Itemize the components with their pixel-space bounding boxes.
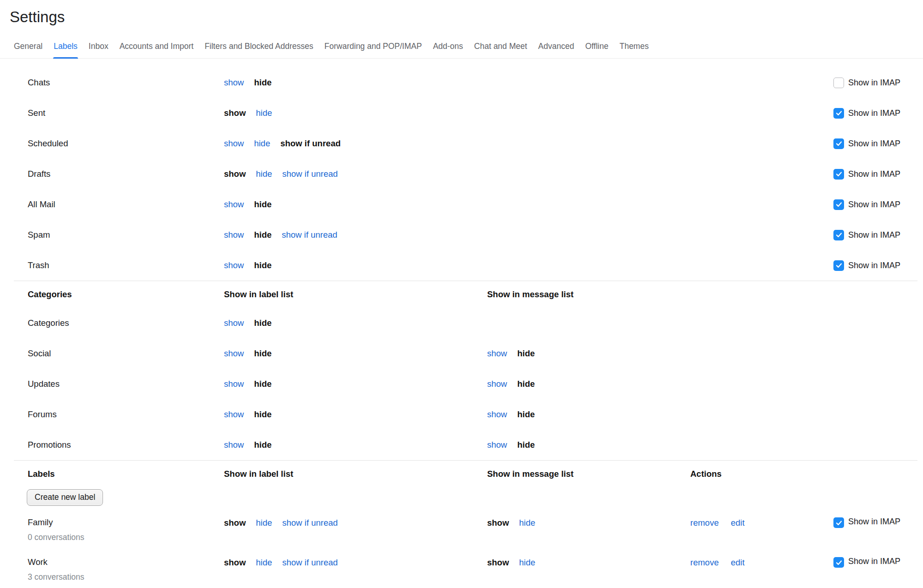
check-icon [835, 559, 843, 566]
scheduled-option-show-if-unread: show if unread [280, 138, 341, 149]
work-message-list-options: showhide [487, 556, 690, 570]
tab-filters-and-blocked-addresses[interactable]: Filters and Blocked Addresses [204, 38, 314, 58]
tab-forwarding-and-pop-imap[interactable]: Forwarding and POP/IMAP [324, 38, 422, 58]
show-in-label-list-header: Show in label list [224, 469, 487, 479]
show-in-imap-label: Show in IMAP [848, 556, 900, 567]
trash-show-in-imap-checkbox[interactable] [833, 260, 844, 271]
family-conversation-count: 0 conversations [28, 531, 224, 544]
forums-label-list-options: showhide [224, 409, 487, 420]
work-option-show-if-unread[interactable]: show if unread [282, 556, 338, 570]
promotions-option-show[interactable]: show [487, 440, 507, 450]
chats-name-cell: Chats [28, 76, 224, 89]
tab-inbox[interactable]: Inbox [88, 38, 109, 58]
spam-label-name: Spam [28, 228, 224, 241]
categories-label-list-options: showhide [224, 318, 487, 328]
label-row-promotions: Promotionsshowhideshowhide [0, 430, 923, 460]
family-option-hide[interactable]: hide [519, 516, 535, 530]
work-remove-link[interactable]: remove [690, 556, 719, 570]
check-icon [835, 231, 843, 239]
drafts-name-cell: Drafts [28, 168, 224, 180]
label-row-forums: Forumsshowhideshowhide [0, 399, 923, 430]
drafts-show-in-imap-checkbox[interactable] [833, 169, 844, 180]
show-in-imap-label: Show in IMAP [848, 138, 900, 149]
family-option-show-if-unread[interactable]: show if unread [282, 516, 338, 530]
work-option-hide[interactable]: hide [519, 556, 535, 570]
page-title: Settings [0, 0, 923, 27]
chats-label-list-options: showhide [224, 78, 487, 88]
work-option-show: show [224, 556, 246, 570]
family-option-hide[interactable]: hide [256, 516, 272, 530]
tab-chat-and-meet[interactable]: Chat and Meet [474, 38, 528, 58]
show-in-message-list-header: Show in message list [487, 289, 690, 300]
chats-show-in-imap-checkbox[interactable] [833, 78, 844, 88]
spam-option-show-if-unread[interactable]: show if unread [282, 230, 337, 240]
sent-show-in-imap-checkbox[interactable] [833, 108, 844, 119]
categories-option-show[interactable]: show [224, 318, 244, 328]
show-in-imap-label: Show in IMAP [848, 199, 900, 210]
label-row-trash: TrashshowhideShow in IMAP [0, 250, 923, 281]
drafts-label-list-options: showhideshow if unread [224, 169, 487, 179]
all-mail-option-show[interactable]: show [224, 199, 244, 210]
scheduled-imap-cell: Show in IMAP [833, 138, 923, 149]
forums-option-show[interactable]: show [487, 409, 507, 420]
create-new-label-button[interactable]: Create new label [27, 489, 103, 506]
sent-option-show: show [224, 108, 246, 118]
tab-advanced[interactable]: Advanced [538, 38, 575, 58]
categories-section: CategoriesShow in label listShow in mess… [0, 281, 923, 460]
social-option-show[interactable]: show [224, 348, 244, 359]
work-show-in-imap-checkbox[interactable] [833, 557, 844, 568]
chats-option-show[interactable]: show [224, 78, 244, 88]
social-option-hide: hide [254, 348, 271, 359]
family-name-cell: Family0 conversations [28, 516, 224, 544]
trash-imap-cell: Show in IMAP [833, 260, 923, 271]
chats-imap-cell: Show in IMAP [833, 77, 923, 88]
social-name-cell: Social [28, 347, 224, 360]
check-icon [835, 519, 843, 527]
labels-section: LabelsShow in label listShow in message … [0, 461, 923, 588]
tab-general[interactable]: General [13, 38, 43, 58]
check-icon [835, 109, 843, 117]
work-imap-cell: Show in IMAP [833, 556, 923, 568]
categories-header-title: Categories [28, 289, 224, 300]
create-label-row: Create new label [0, 487, 923, 510]
work-option-hide[interactable]: hide [256, 556, 272, 570]
tab-themes[interactable]: Themes [619, 38, 649, 58]
forums-option-hide: hide [517, 409, 535, 420]
tab-add-ons[interactable]: Add-ons [433, 38, 464, 58]
work-edit-link[interactable]: edit [731, 556, 745, 570]
all-mail-show-in-imap-checkbox[interactable] [833, 199, 844, 210]
updates-option-show[interactable]: show [224, 379, 244, 389]
updates-option-show[interactable]: show [487, 379, 507, 389]
tab-accounts-and-import[interactable]: Accounts and Import [119, 38, 194, 58]
trash-option-show[interactable]: show [224, 260, 244, 270]
show-in-imap-label: Show in IMAP [848, 108, 900, 119]
family-show-in-imap-checkbox[interactable] [833, 517, 844, 528]
tab-offline[interactable]: Offline [585, 38, 609, 58]
work-option-show: show [487, 556, 509, 570]
social-option-show[interactable]: show [487, 348, 507, 359]
promotions-option-show[interactable]: show [224, 440, 244, 450]
spam-show-in-imap-checkbox[interactable] [833, 230, 844, 240]
promotions-name-cell: Promotions [28, 438, 224, 451]
spam-option-show[interactable]: show [224, 230, 244, 240]
family-remove-link[interactable]: remove [690, 516, 719, 530]
all-mail-label-name: All Mail [28, 198, 224, 211]
forums-option-show[interactable]: show [224, 409, 244, 420]
scheduled-option-hide[interactable]: hide [254, 138, 270, 149]
show-in-imap-label: Show in IMAP [848, 168, 900, 180]
promotions-label-list-options: showhide [224, 440, 487, 450]
scheduled-show-in-imap-checkbox[interactable] [833, 138, 844, 149]
drafts-option-show-if-unread[interactable]: show if unread [282, 169, 338, 179]
drafts-option-hide[interactable]: hide [256, 169, 272, 179]
scheduled-option-show[interactable]: show [224, 138, 244, 149]
work-label-name: Work [28, 556, 224, 569]
promotions-label-name: Promotions [28, 438, 224, 451]
family-edit-link[interactable]: edit [731, 516, 745, 530]
show-in-message-list-header: Show in message list [487, 469, 690, 479]
promotions-message-list-options: showhide [487, 440, 690, 450]
forums-option-hide: hide [254, 409, 271, 420]
label-row-work: Work3 conversationsshowhideshow if unrea… [0, 550, 923, 588]
show-in-imap-label: Show in IMAP [848, 516, 900, 527]
sent-option-hide[interactable]: hide [256, 108, 272, 118]
tab-labels[interactable]: Labels [53, 38, 78, 58]
